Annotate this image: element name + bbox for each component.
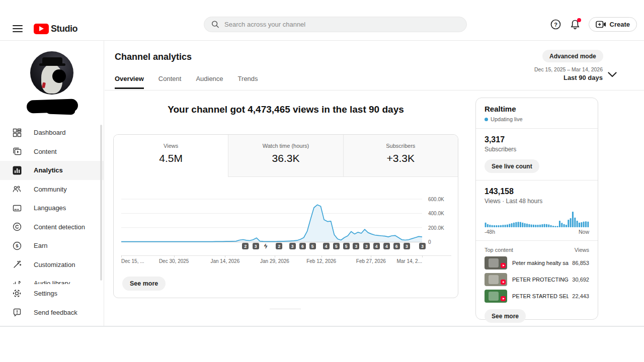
hamburger-menu-icon[interactable] — [13, 25, 23, 32]
views-chart[interactable]: 23ϟ23654553344633 Dec 15, ...Dec 30, 202… — [114, 177, 458, 276]
thumbnail-art — [489, 258, 499, 267]
metric-tab-views[interactable]: Views 4.5M — [114, 135, 228, 177]
channel-avatar[interactable] — [30, 51, 73, 95]
tab-trends[interactable]: Trends — [238, 75, 258, 89]
chevron-down-icon — [608, 72, 617, 77]
search-icon — [211, 20, 219, 29]
video-count-marker[interactable]: 3 — [253, 243, 259, 249]
tab-overview[interactable]: Overview — [115, 75, 144, 89]
sidebar-item-analytics[interactable]: Analytics — [0, 161, 104, 180]
video-count-marker[interactable]: 6 — [393, 243, 400, 249]
tab-audience[interactable]: Audience — [196, 75, 223, 89]
video-count-marker[interactable]: 3 — [289, 243, 296, 249]
see-live-count-button[interactable]: See live count — [485, 159, 539, 173]
top-content-row[interactable]: PETER STARTED SELLI... 22,443 — [485, 290, 589, 303]
sidebar-item-content[interactable]: Content — [0, 142, 104, 161]
last-48h-bar-chart[interactable] — [485, 211, 589, 227]
create-button[interactable]: Create — [589, 17, 637, 32]
svg-text:$: $ — [16, 243, 19, 248]
sidebar-item-customization[interactable]: Customization — [0, 255, 104, 275]
dollar-icon: $ — [12, 241, 22, 250]
metric-tab-subscribers[interactable]: Subscribers +3.3K — [343, 135, 458, 177]
notifications-button[interactable] — [570, 19, 581, 30]
sidebar-item-dashboard[interactable]: Dashboard — [0, 123, 104, 142]
divider — [476, 180, 598, 180]
realtime-panel: Realtime Updating live 3,317 Subscribers… — [475, 98, 598, 320]
x-axis-label: Feb 27, 2026 — [356, 258, 386, 264]
video-views: 30,692 — [572, 277, 589, 283]
help-icon: ? — [550, 19, 561, 30]
channel-name-redacted — [27, 99, 78, 114]
sidebar-item-content-detection[interactable]: Content detection — [0, 218, 104, 237]
topbar-actions: ? Create — [550, 17, 637, 32]
video-count-marker[interactable]: 6 — [299, 243, 306, 249]
views-column-label: Views — [575, 247, 589, 253]
section-divider — [270, 309, 301, 309]
date-range-text: Dec 15, 2025 – Mar 14, 2026 — [457, 66, 603, 72]
top-content-list: Peter making healty san... 86,853 PETER … — [485, 256, 589, 303]
analytics-icon — [12, 165, 22, 175]
date-picker-chevron[interactable] — [608, 72, 617, 77]
shorts-marker-icon[interactable]: ϟ — [262, 243, 269, 249]
x-axis-label: Dec 15, ... — [121, 258, 144, 264]
youtube-studio-page: Studio ? Create — [0, 0, 644, 362]
thumbnail-art — [489, 292, 499, 301]
youtube-studio-logo[interactable]: Studio — [34, 24, 77, 34]
video-count-marker[interactable]: 4 — [373, 243, 380, 249]
metric-label: Views — [114, 143, 228, 149]
sidebar-item-label: Community — [34, 186, 67, 193]
video-count-marker[interactable]: 5 — [333, 243, 340, 249]
video-count-marker[interactable]: 4 — [383, 243, 390, 249]
video-count-marker[interactable]: 5 — [343, 243, 350, 249]
advanced-mode-button[interactable]: Advanced mode — [542, 50, 603, 62]
sidebar-item-send-feedback[interactable]: Send feedback — [0, 303, 104, 322]
video-count-marker[interactable]: 3 — [363, 243, 370, 249]
tab-content[interactable]: Content — [158, 75, 182, 89]
dashboard-icon — [12, 128, 22, 137]
axis-48h-label: -48h — [485, 229, 495, 235]
realtime-views-label: Views · Last 48 hours — [485, 198, 589, 205]
realtime-subscribers-value: 3,317 — [485, 135, 589, 144]
search-bar[interactable] — [204, 17, 467, 32]
sidebar-item-earn[interactable]: $Earn — [0, 236, 104, 255]
metric-label: Watch time (hours) — [228, 143, 343, 149]
sidebar-item-label: Earn — [34, 242, 47, 249]
sidebar-item-label: Content — [34, 148, 57, 155]
video-count-marker[interactable]: 2 — [242, 243, 249, 249]
metric-tab-watch-time-hours-[interactable]: Watch time (hours) 36.3K — [228, 135, 343, 177]
video-count-marker[interactable]: 3 — [404, 243, 410, 249]
analytics-tabs: OverviewContentAudienceTrends — [115, 75, 258, 89]
metric-tabs: Views 4.5MWatch time (hours) 36.3KSubscr… — [114, 135, 458, 177]
content-bottom-edge — [0, 326, 644, 327]
y-axis-label: 0 — [428, 239, 453, 245]
sidebar-item-label: Languages — [34, 204, 66, 212]
svg-text:?: ? — [554, 22, 557, 28]
video-views: 22,443 — [572, 293, 589, 299]
sidebar-item-settings[interactable]: Settings — [0, 284, 104, 303]
video-count-marker[interactable]: 4 — [323, 243, 330, 249]
feedback-icon — [12, 308, 22, 317]
x-axis-label: Mar 14, 2... — [396, 258, 422, 264]
video-count-marker[interactable]: 3 — [353, 243, 359, 249]
sidebar-item-community[interactable]: Community — [0, 180, 104, 199]
x-axis-tick — [174, 255, 175, 257]
x-axis-label: Jan 14, 2026 — [210, 258, 239, 264]
realtime-title: Realtime — [485, 105, 589, 113]
video-count-marker[interactable]: 2 — [276, 243, 282, 249]
sidebar-scrollbar[interactable] — [100, 125, 102, 281]
metric-label: Subscribers — [344, 143, 458, 149]
top-content-row[interactable]: PETER PROTECTING FL... 30,692 — [485, 273, 589, 286]
help-button[interactable]: ? — [550, 19, 561, 30]
sidebar-item-label: Customization — [34, 261, 75, 268]
x-axis-tick — [371, 255, 371, 257]
date-range-picker[interactable]: Dec 15, 2025 – Mar 14, 2026 Last 90 days — [457, 66, 603, 81]
video-count-marker[interactable]: 3 — [419, 243, 426, 249]
shorts-badge-icon — [501, 280, 506, 285]
sidebar-item-languages[interactable]: Languages — [0, 199, 104, 218]
chart-see-more-button[interactable]: See more — [122, 277, 166, 291]
search-input[interactable] — [224, 21, 459, 28]
create-button-label: Create — [610, 21, 630, 28]
realtime-see-more-button[interactable]: See more — [485, 309, 526, 323]
top-content-row[interactable]: Peter making healty san... 86,853 — [485, 256, 589, 269]
video-count-marker[interactable]: 5 — [309, 243, 316, 249]
